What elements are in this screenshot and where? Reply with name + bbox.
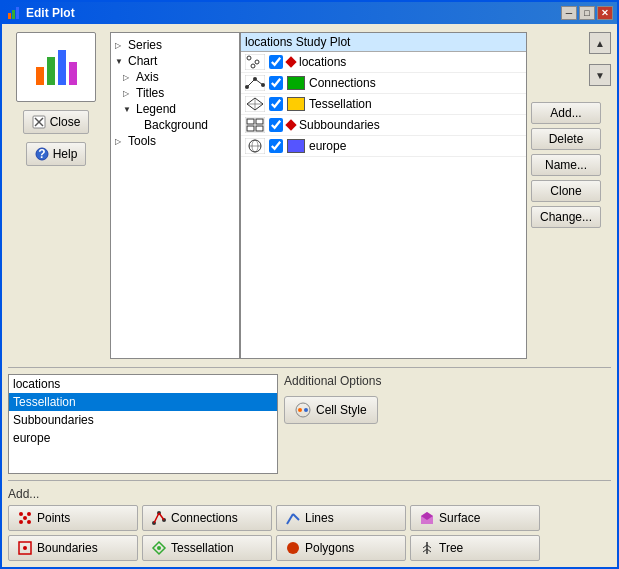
add-connections-button[interactable]: Connections (142, 505, 272, 531)
legend-arrow: ▼ (123, 105, 133, 114)
svg-point-21 (261, 83, 265, 87)
list-item-locations[interactable]: locations (9, 375, 277, 393)
tree-panel: ▷ Series ▼ Chart ▷ Axis ▷ Titles (110, 32, 240, 359)
options-title: Additional Options (284, 374, 611, 388)
svg-point-37 (304, 408, 308, 412)
series-row-europe[interactable]: europe (241, 136, 526, 157)
delete-button[interactable]: Delete (531, 128, 601, 150)
tree-item-chart[interactable]: ▼ Chart (115, 53, 235, 69)
close-button[interactable]: Close (23, 110, 90, 134)
svg-point-14 (255, 60, 259, 64)
svg-point-19 (245, 85, 249, 89)
connections-icon (151, 510, 167, 526)
subboundaries-series-icon (245, 117, 265, 133)
connections-checkbox[interactable] (269, 76, 283, 90)
svg-rect-2 (16, 7, 19, 19)
window-controls: ─ □ ✕ (561, 6, 613, 20)
series-row-locations[interactable]: locations (241, 52, 526, 73)
clone-button[interactable]: Clone (531, 180, 601, 202)
list-item-subboundaries[interactable]: Subboundaries (9, 411, 277, 429)
maximize-button[interactable]: □ (579, 6, 595, 20)
svg-point-53 (23, 546, 27, 550)
help-button[interactable]: ? Help (26, 142, 87, 166)
tools-label: Tools (128, 134, 156, 148)
series-row-connections[interactable]: Connections (241, 73, 526, 94)
up-arrow-button[interactable]: ▲ (589, 32, 611, 54)
chart-arrow: ▼ (115, 57, 125, 66)
titles-arrow: ▷ (123, 89, 133, 98)
help-icon: ? (35, 147, 49, 161)
axis-label: Axis (136, 70, 159, 84)
tessellation-color (287, 97, 305, 111)
tree-item-background[interactable]: Background (115, 117, 235, 133)
legend-label: Legend (136, 102, 176, 116)
close-icon (32, 115, 46, 129)
add-tessellation-button[interactable]: Tessellation (142, 535, 272, 561)
add-button[interactable]: Add... (531, 102, 601, 124)
connections-color (287, 76, 305, 90)
list-item-europe[interactable]: europe (9, 429, 277, 447)
svg-rect-3 (36, 67, 44, 85)
data-list-panel: locations Tessellation Subboundaries eur… (8, 374, 278, 474)
svg-line-46 (154, 513, 159, 523)
minimize-button[interactable]: ─ (561, 6, 577, 20)
list-item-tessellation[interactable]: Tessellation (9, 393, 277, 411)
tree-item-tools[interactable]: ▷ Tools (115, 133, 235, 149)
name-button[interactable]: Name... (531, 154, 601, 176)
svg-rect-29 (247, 126, 254, 131)
add-polygons-button[interactable]: Polygons (276, 535, 406, 561)
series-row-tessellation[interactable]: Tessellation (241, 94, 526, 115)
svg-point-39 (27, 512, 31, 516)
connections-series-icon (245, 75, 265, 91)
add-label: Add... (8, 487, 611, 501)
subboundaries-checkbox[interactable] (269, 118, 283, 132)
tessellation-checkbox[interactable] (269, 97, 283, 111)
svg-point-41 (27, 520, 31, 524)
data-list: locations Tessellation Subboundaries eur… (8, 374, 278, 474)
titles-label: Titles (136, 86, 164, 100)
locations-checkbox[interactable] (269, 55, 283, 69)
chart-icon (31, 42, 81, 92)
down-arrow-button[interactable]: ▼ (589, 64, 611, 86)
title-bar: Edit Plot ─ □ ✕ (2, 2, 617, 24)
locations-series-icon (245, 54, 265, 70)
subboundaries-diamond (285, 119, 296, 130)
series-row-subboundaries[interactable]: Subboundaries (241, 115, 526, 136)
chart-preview (16, 32, 96, 102)
series-list: locations Study Plot locations (240, 32, 527, 359)
window-icon (6, 5, 22, 21)
points-icon (17, 510, 33, 526)
tree-item-titles[interactable]: ▷ Titles (115, 85, 235, 101)
svg-point-20 (253, 77, 257, 81)
cell-style-button[interactable]: Cell Style (284, 396, 378, 424)
add-boundaries-button[interactable]: Boundaries (8, 535, 138, 561)
svg-point-40 (19, 520, 23, 524)
add-tree-button[interactable]: Tree (410, 535, 540, 561)
svg-point-56 (287, 542, 299, 554)
svg-point-13 (247, 56, 251, 60)
tree-item-legend[interactable]: ▼ Legend (115, 101, 235, 117)
svg-rect-5 (58, 50, 66, 85)
svg-rect-4 (47, 57, 55, 85)
svg-point-15 (251, 64, 255, 68)
add-surface-button[interactable]: Surface (410, 505, 540, 531)
locations-diamond (285, 56, 296, 67)
europe-checkbox[interactable] (269, 139, 283, 153)
surface-icon (419, 510, 435, 526)
europe-color (287, 139, 305, 153)
svg-rect-28 (256, 119, 263, 124)
chart-label: Chart (128, 54, 157, 68)
svg-point-42 (23, 516, 27, 520)
close-window-button[interactable]: ✕ (597, 6, 613, 20)
svg-rect-0 (8, 13, 11, 19)
svg-line-48 (287, 514, 293, 524)
tree-item-series[interactable]: ▷ Series (115, 37, 235, 53)
add-lines-button[interactable]: Lines (276, 505, 406, 531)
tessellation-icon (151, 540, 167, 556)
change-button[interactable]: Change... (531, 206, 601, 228)
svg-point-55 (157, 546, 161, 550)
tree-item-axis[interactable]: ▷ Axis (115, 69, 235, 85)
tree-icon (419, 540, 435, 556)
cell-style-icon (295, 402, 311, 418)
add-points-button[interactable]: Points (8, 505, 138, 531)
